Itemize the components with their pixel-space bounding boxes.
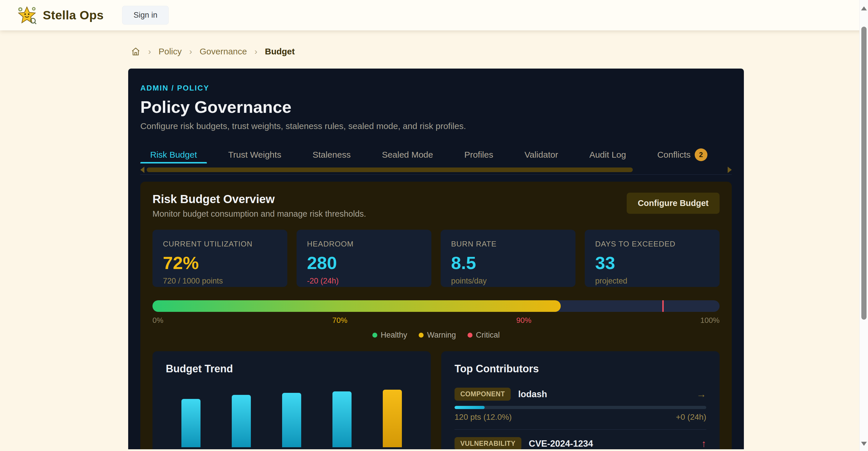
stat-sublabel: 720 / 1000 points <box>163 277 277 286</box>
detail-arrow-icon[interactable]: → <box>696 388 706 400</box>
stat-sublabel: projected <box>595 277 709 286</box>
tabs-horizontal-scrollbar <box>140 167 732 173</box>
stat-value: 8.5 <box>451 253 565 273</box>
contributor-name: lodash <box>518 389 547 399</box>
contributor-progress-fill <box>455 406 485 409</box>
tab-validator[interactable]: Validator <box>515 146 568 163</box>
contributor-type-badge: VULNERABILITY <box>455 437 521 449</box>
stat-sublabel: -20 (24h) <box>307 277 421 286</box>
stats-row: CURRENT UTILIZATION72%720 / 1000 pointsH… <box>153 230 720 287</box>
tab-label: Profiles <box>464 150 493 160</box>
contributor-name: CVE-2024-1234 <box>529 439 593 449</box>
legend-label: Warning <box>427 331 456 340</box>
legend-label: Critical <box>476 331 500 340</box>
tab-label: Risk Budget <box>150 150 197 160</box>
stat-value: 280 <box>307 253 421 273</box>
contributor-stats-row: 120 pts (12.0%)+0 (24h) <box>455 413 706 422</box>
warning-dot-icon <box>418 333 424 337</box>
stat-label: HEADROOM <box>307 239 421 249</box>
chart-bar-12-8 <box>232 395 251 447</box>
tabs-divider <box>140 174 732 175</box>
stat-label: BURN RATE <box>451 239 565 249</box>
breadcrumb-item-governance[interactable]: Governance <box>199 46 247 56</box>
contributor-type-badge: COMPONENT <box>455 388 511 401</box>
tab-sealed-mode[interactable]: Sealed Mode <box>372 146 443 163</box>
chart-column <box>367 389 417 447</box>
healthy-dot-icon <box>372 333 377 337</box>
stat-sublabel: points/day <box>451 277 565 286</box>
contributor-progress-track <box>455 406 706 409</box>
tab-audit-log[interactable]: Audit Log <box>580 146 636 163</box>
scroll-right-arrow-icon[interactable] <box>728 167 732 173</box>
risk-budget-overview-card: Risk Budget Overview Monitor budget cons… <box>140 182 732 449</box>
chart-column <box>267 389 317 447</box>
budget-trend-title: Budget Trend <box>166 363 417 375</box>
section-eyebrow: ADMIN / POLICY <box>140 84 732 93</box>
tab-conflicts[interactable]: Conflicts2 <box>648 146 717 163</box>
configure-budget-button[interactable]: Configure Budget <box>627 193 720 214</box>
browser-scrollbar <box>859 0 868 451</box>
chart-bar-12-15 <box>282 393 301 447</box>
tab-label: Trust Weights <box>228 150 281 160</box>
stat-value: 72% <box>163 253 277 273</box>
chart-bar-12-1 <box>181 399 200 447</box>
sign-in-button[interactable]: Sign in <box>122 6 169 25</box>
budget-tick-0-: 0% <box>153 316 163 325</box>
breadcrumb-chevron-icon: › <box>254 46 257 56</box>
stat-card-days-to-exceeded: DAYS TO EXCEEDED33projected <box>585 230 720 287</box>
stat-card-headroom: HEADROOM280-20 (24h) <box>297 230 431 287</box>
tab-bar: Risk BudgetTrust WeightsStalenessSealed … <box>140 146 732 163</box>
breadcrumb-item-policy[interactable]: Policy <box>159 46 182 56</box>
tab-staleness[interactable]: Staleness <box>303 146 361 163</box>
budget-trend-chart <box>166 389 417 447</box>
scrollbar-down-arrow-icon[interactable] <box>861 442 867 446</box>
scrollbar-up-arrow-icon[interactable] <box>861 6 867 10</box>
budget-tick-70-: 70% <box>333 316 347 325</box>
contributor-points: 120 pts (12.0%) <box>455 413 512 422</box>
tab-label: Staleness <box>312 150 351 160</box>
tabs-scrollbar-track[interactable] <box>147 167 725 172</box>
contributor-header: COMPONENTlodash→ <box>455 388 706 401</box>
chart-column <box>166 389 216 447</box>
tab-profiles[interactable]: Profiles <box>455 146 503 163</box>
contributor-delta: +0 (24h) <box>676 413 706 422</box>
status-legend: HealthyWarningCritical <box>153 331 720 340</box>
contributor-header: VULNERABILITYCVE-2024-1234↑ <box>455 437 706 449</box>
page-subtitle: Configure risk budgets, trust weights, s… <box>140 121 732 131</box>
tab-trust-weights[interactable]: Trust Weights <box>218 146 291 163</box>
tab-label: Sealed Mode <box>382 150 433 160</box>
scrollbar-thumb[interactable] <box>861 27 867 320</box>
legend-item-healthy: Healthy <box>372 331 407 340</box>
budget-trend-card: Budget Trend 12/112/812/1512/2212/29 <box>153 351 431 449</box>
tab-label: Validator <box>525 150 558 160</box>
brand-name: Stella Ops <box>43 8 103 22</box>
chart-bar-12-22 <box>333 391 351 447</box>
tab-risk-budget[interactable]: Risk Budget <box>140 146 207 163</box>
legend-item-warning: Warning <box>418 331 456 340</box>
budget-bar-track <box>153 300 720 312</box>
stat-label: CURRENT UTILIZATION <box>163 239 277 249</box>
policy-governance-panel: ADMIN / POLICY Policy Governance Configu… <box>128 69 744 449</box>
contributor-item-cve-2024-1234: VULNERABILITYCVE-2024-1234↑95 pts (9.5%)… <box>455 437 706 449</box>
topbar: Stella Ops Sign in <box>0 0 868 30</box>
tab-label: Audit Log <box>589 150 626 160</box>
stat-card-burn-rate: BURN RATE8.5points/day <box>441 230 576 287</box>
trend-up-icon[interactable]: ↑ <box>701 438 706 449</box>
contributors-list: COMPONENTlodash→120 pts (12.0%)+0 (24h)V… <box>455 388 706 449</box>
overview-subtitle: Monitor budget consumption and manage ri… <box>153 209 366 219</box>
tabs-scrollbar-thumb[interactable] <box>147 167 633 172</box>
tab-label: Conflicts <box>657 150 691 160</box>
tab-pl[interactable]: Pl <box>729 146 732 163</box>
overview-title: Risk Budget Overview <box>153 193 366 206</box>
legend-label: Healthy <box>381 331 407 340</box>
stat-card-current-utilization: CURRENT UTILIZATION72%720 / 1000 points <box>153 230 287 287</box>
stat-value: 33 <box>595 253 709 273</box>
chart-bar-12-29 <box>383 390 402 447</box>
scroll-left-arrow-icon[interactable] <box>140 167 144 173</box>
top-contributors-title: Top Contributors <box>455 363 706 375</box>
home-icon[interactable] <box>131 46 141 56</box>
critical-dot-icon <box>468 333 472 337</box>
stella-ops-logo-icon <box>18 6 36 25</box>
contributor-item-lodash: COMPONENTlodash→120 pts (12.0%)+0 (24h) <box>455 388 706 422</box>
breadcrumb: ›Policy›Governance›Budget <box>131 46 868 56</box>
